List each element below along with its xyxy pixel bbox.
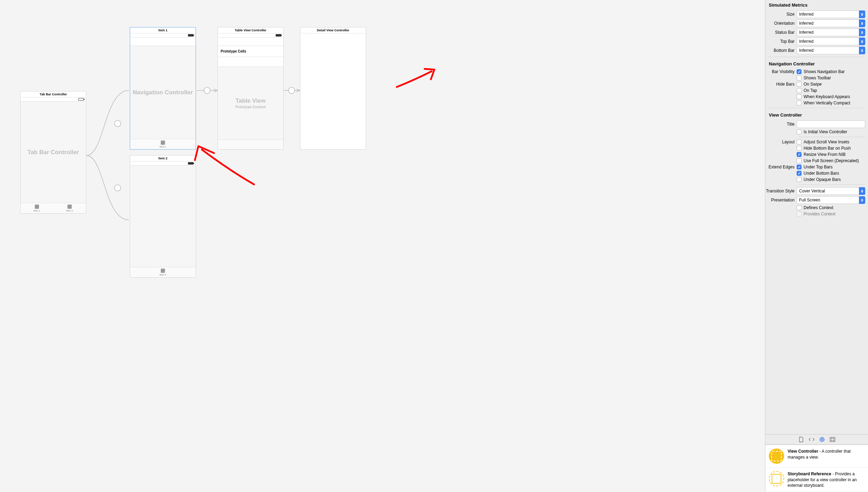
- select-presentation[interactable]: Full Screen: [797, 196, 865, 204]
- checkbox-adjust-scroll[interactable]: [797, 140, 802, 144]
- object-library-list[interactable]: View Controller - A controller that mana…: [765, 445, 868, 492]
- select-value: Inferred: [797, 29, 859, 36]
- tab-bar-item[interactable]: Item 2: [130, 267, 196, 277]
- select-transition[interactable]: Cover Vertical: [797, 187, 865, 195]
- checkbox-initial-vc[interactable]: [797, 129, 802, 134]
- checkbox-under-opaque[interactable]: [797, 177, 802, 182]
- checkbox-shows-toolbar[interactable]: [797, 76, 802, 80]
- battery-icon: [276, 34, 281, 37]
- chevron-updown-icon: [859, 38, 865, 45]
- navigation-bar: [130, 38, 196, 46]
- scene-navigation-controller-2[interactable]: Item 2 Item 2: [130, 155, 196, 278]
- media-library-icon[interactable]: [830, 437, 835, 442]
- scene-body: Navigation Controller: [130, 46, 196, 139]
- check-label: Under Opaque Bars: [804, 177, 841, 182]
- label-layout: Layout: [765, 140, 797, 144]
- scene-body: [300, 33, 366, 149]
- tab-label: Item 2: [53, 209, 86, 212]
- section-simulated-metrics: Simulated Metrics: [765, 0, 868, 10]
- check-label: Resize View From NIB: [804, 152, 845, 157]
- check-label: Adjust Scroll View Insets: [804, 140, 849, 144]
- tab-bar: Item 1: [130, 139, 196, 149]
- label-orientation: Orientation: [765, 21, 797, 26]
- checkbox-on-tap[interactable]: [797, 88, 802, 93]
- check-label: Under Bottom Bars: [804, 171, 839, 176]
- checkbox-hide-bottom[interactable]: [797, 146, 802, 151]
- svg-point-3: [289, 87, 295, 94]
- checkbox-provides-context[interactable]: [797, 212, 802, 216]
- library-item-view-controller[interactable]: View Controller - A controller that mana…: [765, 445, 868, 468]
- scene-body: [130, 166, 196, 267]
- scene-body: Tab Bar Controller: [21, 102, 86, 203]
- checkbox-defines-context[interactable]: [797, 205, 802, 210]
- file-template-icon[interactable]: [798, 437, 804, 442]
- body-label: Tab Bar Controller: [27, 149, 79, 156]
- check-label: When Vertically Compact: [804, 101, 850, 105]
- view-controller-icon: [769, 449, 784, 464]
- input-title[interactable]: [797, 120, 865, 128]
- select-value: Inferred: [797, 38, 859, 45]
- label-size: Size: [765, 12, 797, 17]
- select-value: Inferred: [797, 47, 859, 54]
- body-label: Table View: [236, 97, 266, 104]
- tab-bar-placeholder: [218, 140, 283, 149]
- check-label: Shows Toolbar: [804, 76, 831, 80]
- prototype-cell[interactable]: [218, 57, 283, 67]
- check-label: Under Top Bars: [804, 165, 833, 169]
- checkbox-on-swipe[interactable]: [797, 82, 802, 87]
- status-bar: [130, 33, 196, 38]
- scene-detail-view-controller[interactable]: Detail View Controller: [300, 27, 366, 150]
- object-library-icon[interactable]: [819, 437, 825, 442]
- code-snippet-icon[interactable]: [809, 437, 814, 442]
- tab-bar-item-1[interactable]: Item 1: [21, 203, 53, 213]
- tab-bar-item[interactable]: Item 1: [130, 139, 196, 149]
- check-label: Is Initial View Controller: [804, 129, 847, 134]
- scene-tab-bar-controller[interactable]: Tab Bar Controller Tab Bar Controller It…: [20, 91, 86, 214]
- library-item-text: View Controller - A controller that mana…: [788, 449, 865, 464]
- scene-title: Tab Bar Controller: [21, 92, 86, 97]
- library-item-text: Storyboard Reference - Provides a placeh…: [788, 471, 865, 488]
- body-label: Navigation Controller: [133, 89, 193, 96]
- select-bottom-bar[interactable]: Inferred: [797, 47, 865, 54]
- storyboard-reference-icon: [769, 471, 784, 486]
- scene-body: Table View Prototype Content: [218, 67, 283, 140]
- scene-title: Table View Controller: [218, 27, 283, 33]
- library-item-storyboard-reference[interactable]: Storyboard Reference - Provides a placeh…: [765, 468, 868, 492]
- storyboard-canvas[interactable]: Tab Bar Controller Tab Bar Controller It…: [0, 0, 765, 492]
- annotation-arrow-2: [393, 66, 445, 94]
- checkbox-full-screen-dep[interactable]: [797, 158, 802, 163]
- label-extend-edges: Extend Edges: [765, 165, 797, 169]
- section-navigation-controller: Navigation Controller: [765, 59, 868, 69]
- inspector-scroll[interactable]: Simulated Metrics Size Inferred Orientat…: [765, 0, 868, 434]
- svg-point-5: [821, 439, 823, 441]
- battery-icon: [78, 98, 84, 101]
- square-icon: [161, 141, 165, 145]
- check-label: When Keyboard Appears: [804, 94, 850, 99]
- svg-point-0: [115, 120, 121, 127]
- library-toolbar: [765, 434, 868, 445]
- checkbox-when-compact[interactable]: [797, 101, 802, 105]
- scene-table-view-controller[interactable]: Table View Controller Prototype Cells Ta…: [218, 27, 284, 150]
- battery-icon: [188, 34, 194, 37]
- select-status-bar[interactable]: Inferred: [797, 29, 865, 36]
- select-orientation[interactable]: Inferred: [797, 19, 865, 27]
- tab-bar-item-2[interactable]: Item 2: [53, 203, 86, 213]
- label-title: Title: [765, 122, 797, 127]
- checkbox-shows-navigation-bar[interactable]: [797, 69, 802, 74]
- tab-label: Item 2: [130, 273, 196, 276]
- battery-icon: [188, 162, 194, 165]
- square-icon: [161, 269, 165, 273]
- scene-navigation-controller-1[interactable]: Item 1 Navigation Controller Item 1: [130, 27, 196, 150]
- checkbox-when-keyboard[interactable]: [797, 94, 802, 99]
- checkbox-under-top[interactable]: [797, 165, 802, 169]
- status-bar: [130, 161, 196, 166]
- checkbox-resize-nib[interactable]: [797, 152, 802, 157]
- svg-point-4: [820, 437, 824, 442]
- select-size[interactable]: Inferred: [797, 10, 865, 18]
- check-label: On Tap: [804, 88, 817, 93]
- select-top-bar[interactable]: Inferred: [797, 38, 865, 45]
- checkbox-under-bottom[interactable]: [797, 171, 802, 176]
- chevron-updown-icon: [859, 10, 865, 18]
- check-label: Use Full Screen (Deprecated): [804, 158, 859, 163]
- scene-title: Item 1: [130, 27, 196, 33]
